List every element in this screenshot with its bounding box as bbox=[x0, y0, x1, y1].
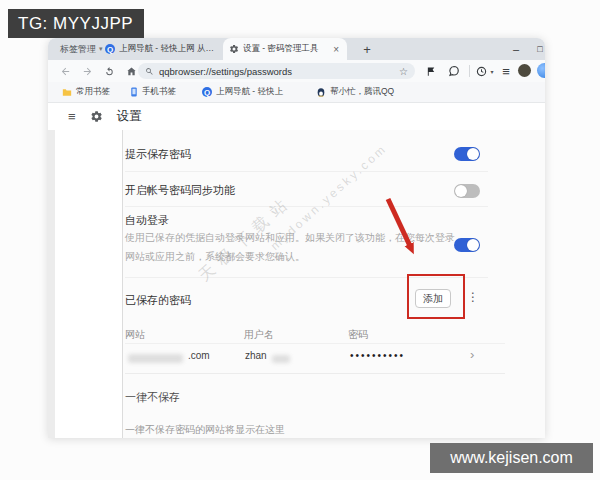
flag-icon bbox=[426, 66, 437, 77]
bookmark-nav-home[interactable]: Q 上网导航 - 轻快上 bbox=[202, 82, 283, 102]
back-button[interactable] bbox=[56, 60, 74, 82]
more-options-icon[interactable]: ⋮ bbox=[467, 290, 477, 304]
toggle-prompt-save-password[interactable] bbox=[454, 147, 480, 161]
redacted-username-blur bbox=[272, 355, 290, 363]
column-header-password: 密码 bbox=[348, 328, 368, 342]
bookmark-qq-help[interactable]: 帮小忙，腾讯QQ bbox=[316, 82, 394, 102]
url-text: qqbrowser://settings/passwords bbox=[159, 66, 394, 77]
assistant-bubble-icon[interactable] bbox=[537, 63, 545, 78]
column-header-website: 网站 bbox=[125, 328, 145, 342]
row-divider bbox=[125, 206, 488, 207]
arrow-right-icon bbox=[82, 66, 93, 77]
row-divider bbox=[125, 277, 488, 278]
history-caret-icon[interactable]: ▾ bbox=[488, 60, 496, 82]
home-icon bbox=[126, 66, 137, 77]
bookmark-label: 手机书签 bbox=[142, 86, 176, 98]
tab-label: 上网导航 - 轻快上网 从这里开始 bbox=[119, 43, 219, 55]
password-cell: •••••••••• bbox=[350, 350, 405, 361]
feedback-button[interactable] bbox=[445, 60, 463, 82]
penguin-icon bbox=[316, 87, 326, 97]
phone-icon bbox=[130, 87, 138, 97]
forward-button[interactable] bbox=[78, 60, 96, 82]
bookmark-folder-mobile[interactable]: 手机书签 bbox=[130, 82, 176, 102]
history-button[interactable] bbox=[473, 60, 489, 82]
redacted-website-blur bbox=[128, 354, 183, 363]
toolbar-divider bbox=[469, 65, 470, 77]
bookmark-label: 常用书签 bbox=[76, 86, 110, 98]
tab-label: 设置 - 密码管理工具 bbox=[243, 43, 327, 55]
tg-watermark-badge: TG: MYYJJPP bbox=[8, 9, 144, 38]
toggle-row-label: 提示保存密码 bbox=[125, 147, 191, 162]
left-rail bbox=[48, 130, 55, 438]
settings-page-header: ≡ 设置 bbox=[48, 103, 545, 130]
toggle-account-password-sync[interactable] bbox=[454, 184, 480, 198]
add-password-button[interactable]: 添加 bbox=[415, 289, 451, 308]
row-chevron-icon: › bbox=[470, 347, 474, 362]
maximize-window-button[interactable]: □ bbox=[530, 38, 545, 60]
flag-extension-button[interactable] bbox=[422, 60, 440, 82]
bookmarks-bar: 常用书签 手机书签 Q 上网导航 - 轻快上 帮小忙，腾讯QQ bbox=[48, 82, 545, 103]
website-cell: .com bbox=[188, 350, 210, 361]
toggle-auto-login[interactable] bbox=[454, 238, 480, 252]
clock-icon bbox=[476, 66, 487, 77]
close-tab-icon[interactable]: × bbox=[331, 44, 341, 55]
column-header-username: 用户名 bbox=[244, 328, 274, 342]
settings-content-panel bbox=[123, 130, 545, 438]
kejisen-watermark-badge: www.kejisen.com bbox=[430, 443, 593, 473]
never-save-description: 一律不保存密码的网站将显示在这里 bbox=[125, 421, 285, 438]
row-divider bbox=[125, 171, 488, 172]
saved-passwords-title: 已保存的密码 bbox=[125, 293, 191, 308]
qqbrowser-logo-icon: Q bbox=[105, 44, 115, 54]
tab-strip: 标签管理 ▾ Q 上网导航 - 轻快上网 从这里开始 设置 - 密码管理工具 ×… bbox=[48, 38, 545, 60]
refresh-button[interactable] bbox=[100, 60, 118, 82]
tab-nav-home[interactable]: Q 上网导航 - 轻快上网 从这里开始 bbox=[105, 38, 219, 60]
settings-menu-icon[interactable]: ≡ bbox=[68, 109, 76, 124]
auto-login-description: 使用已保存的凭据自动登录网站和应用。如果关闭了该功能，在您每次登录网站或应用之前… bbox=[125, 229, 460, 266]
bookmark-star-icon[interactable]: ☆ bbox=[399, 66, 408, 77]
chevron-down-icon: ▾ bbox=[99, 45, 103, 53]
browser-menu-button[interactable]: ≡ bbox=[498, 60, 514, 82]
gear-icon bbox=[90, 110, 103, 123]
screenshot-background: TG: MYYJJPP 标签管理 ▾ Q 上网导航 - 轻快上网 从这里开始 设… bbox=[0, 0, 600, 480]
search-icon bbox=[145, 67, 154, 76]
tab-settings-passwords[interactable]: 设置 - 密码管理工具 × bbox=[223, 38, 347, 60]
folder-icon bbox=[62, 88, 72, 97]
settings-sidebar bbox=[55, 130, 122, 438]
minimize-window-button[interactable]: – bbox=[506, 38, 526, 60]
refresh-icon bbox=[104, 66, 115, 77]
browser-window: 标签管理 ▾ Q 上网导航 - 轻快上网 从这里开始 设置 - 密码管理工具 ×… bbox=[48, 38, 545, 438]
profile-avatar[interactable] bbox=[518, 64, 531, 77]
tab-manager-button[interactable]: 标签管理 ▾ bbox=[60, 38, 103, 60]
toggle-row-label: 开启帐号密码同步功能 bbox=[125, 183, 235, 198]
browser-toolbar: qqbrowser://settings/passwords ☆ ▾ ≡ bbox=[48, 60, 545, 82]
gear-icon bbox=[229, 44, 239, 54]
arrow-left-icon bbox=[60, 66, 71, 77]
username-cell: zhan bbox=[245, 350, 267, 361]
auto-login-title: 自动登录 bbox=[125, 213, 169, 228]
chat-bubble-icon bbox=[448, 65, 460, 77]
bookmark-label: 帮小忙，腾讯QQ bbox=[330, 86, 394, 98]
new-tab-button[interactable]: + bbox=[358, 40, 376, 58]
tab-manager-label: 标签管理 bbox=[60, 43, 96, 56]
qqbrowser-logo-icon: Q bbox=[202, 87, 212, 97]
never-save-title: 一律不保存 bbox=[125, 390, 180, 405]
page-title: 设置 bbox=[117, 108, 142, 125]
address-bar[interactable]: qqbrowser://settings/passwords ☆ bbox=[138, 63, 415, 79]
bookmark-label: 上网导航 - 轻快上 bbox=[216, 86, 283, 98]
bookmark-folder-common[interactable]: 常用书签 bbox=[62, 82, 110, 102]
